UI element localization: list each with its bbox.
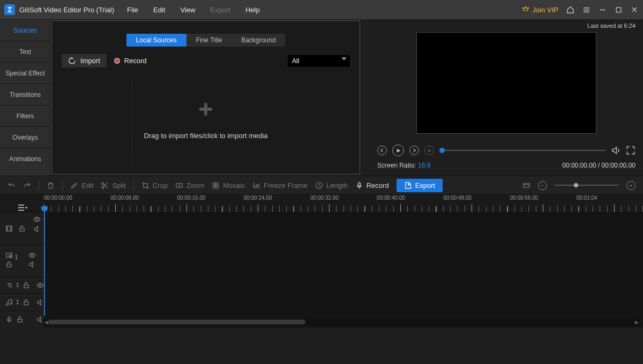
import-button[interactable]: Import	[62, 54, 107, 67]
source-tab-fine-title[interactable]: Fine Title	[186, 34, 232, 47]
track-voice-head[interactable]	[0, 311, 44, 328]
eye-icon[interactable]	[33, 216, 41, 223]
zoom-button[interactable]: Zoom	[175, 181, 204, 189]
track-pip-body[interactable]	[44, 245, 643, 276]
menu-view[interactable]: View	[180, 6, 195, 14]
dropzone-hint: Drag to import files/click to import med…	[144, 132, 267, 140]
eye-icon[interactable]	[28, 252, 36, 259]
eye-icon[interactable]	[36, 282, 44, 289]
track-audio-body[interactable]	[44, 294, 643, 310]
next-frame-button[interactable]	[409, 146, 419, 155]
record-button[interactable]: Record	[114, 57, 147, 65]
add-track-button[interactable]	[0, 203, 44, 212]
hamburger-icon[interactable]	[582, 5, 590, 14]
sources-panel: Local Sources Fine Title Background Impo…	[51, 20, 360, 175]
volume-icon[interactable]	[611, 146, 620, 155]
prev-frame-button[interactable]	[377, 146, 387, 155]
media-dropzone[interactable]: Drag to import files/click to import med…	[52, 67, 360, 174]
timeline-scrollbar[interactable]: ◀ ▶	[44, 318, 639, 325]
length-button[interactable]: Length	[315, 181, 348, 189]
zoom-in-button[interactable]: +	[626, 181, 635, 190]
svg-rect-16	[9, 255, 11, 256]
scrollbar-thumb[interactable]	[48, 320, 305, 324]
source-filter-dropdown[interactable]: All	[288, 55, 350, 67]
music-icon	[5, 299, 13, 306]
import-label: Import	[80, 57, 100, 65]
svg-rect-0	[616, 7, 621, 12]
unlock-icon[interactable]	[18, 225, 26, 232]
title-bar: GiliSoft Video Editor Pro (Trial) File E…	[0, 0, 643, 19]
scroll-right-icon[interactable]: ▶	[634, 320, 639, 324]
track-video-body[interactable]	[44, 213, 643, 244]
side-nav-overlays[interactable]: Overlays	[0, 126, 50, 148]
speaker-icon[interactable]	[28, 261, 36, 268]
preview-video[interactable]	[416, 32, 596, 134]
record-toolbar-button[interactable]: Record	[355, 181, 389, 189]
side-nav-transitions[interactable]: Transitions	[0, 84, 50, 105]
source-tab-background[interactable]: Background	[231, 34, 285, 47]
svg-rect-6	[216, 183, 218, 185]
svg-rect-8	[216, 186, 218, 188]
screen-ratio-value[interactable]: 16:9	[418, 162, 430, 169]
track-text-head[interactable]: 1	[0, 277, 44, 293]
delete-button[interactable]	[47, 181, 55, 189]
svg-rect-12	[6, 226, 12, 231]
source-filter-select[interactable]: All	[288, 55, 350, 67]
mosaic-button[interactable]: Mosaic	[212, 181, 245, 189]
track-text-badge: 1	[16, 282, 19, 288]
last-saved-label: Last saved at 6:24	[377, 22, 635, 29]
home-icon[interactable]	[566, 5, 574, 14]
fit-timeline-icon[interactable]	[522, 181, 530, 189]
source-tab-local[interactable]: Local Sources	[126, 34, 186, 47]
redo-button[interactable]	[23, 181, 31, 189]
minimize-icon[interactable]	[598, 5, 607, 14]
side-nav-sources[interactable]: Sources	[0, 19, 50, 41]
freeze-frame-button[interactable]: Freeze Frame	[252, 181, 308, 189]
unlock-icon[interactable]	[23, 282, 30, 289]
zoom-slider[interactable]	[555, 185, 619, 186]
side-nav-special-effect[interactable]: Special Effect	[0, 62, 50, 84]
zoom-out-button[interactable]: −	[538, 181, 547, 190]
svg-point-14	[36, 218, 38, 221]
fullscreen-icon[interactable]	[626, 146, 635, 155]
edit-toolbar: Edit Split Crop Zoom Mosaic Freeze Frame…	[0, 176, 643, 195]
playhead[interactable]	[44, 210, 45, 316]
close-icon[interactable]	[630, 5, 639, 14]
join-vip-button[interactable]: Join VIP	[522, 6, 558, 14]
time-ruler[interactable]: 00:00:00.0000:00:08.0000:00:16.0000:00:2…	[44, 195, 643, 212]
menu-edit[interactable]: Edit	[153, 6, 165, 14]
side-nav-text[interactable]: Text	[0, 41, 50, 62]
unlock-icon[interactable]	[23, 299, 30, 306]
preview-seek-slider[interactable]	[439, 150, 605, 151]
edit-button[interactable]: Edit	[70, 181, 93, 189]
track-audio-head[interactable]: 1	[0, 294, 44, 310]
crop-button[interactable]: Crop	[141, 181, 168, 189]
track-video-head[interactable]	[0, 213, 44, 244]
export-button[interactable]: Export	[397, 179, 443, 192]
svg-rect-19	[24, 285, 28, 287]
split-button[interactable]: Split	[101, 181, 125, 189]
side-nav-filters[interactable]: Filters	[0, 105, 50, 126]
svg-rect-22	[8, 316, 10, 320]
play-button[interactable]	[392, 145, 404, 156]
menu-help[interactable]: Help	[245, 6, 260, 14]
speaker-icon[interactable]	[33, 225, 41, 233]
menu-export: Export	[210, 6, 230, 14]
speaker-icon[interactable]	[36, 299, 44, 306]
unlock-icon[interactable]	[5, 261, 13, 268]
undo-button[interactable]	[8, 181, 16, 189]
speaker-icon[interactable]	[36, 316, 44, 323]
side-nav-animations[interactable]: Animations	[0, 148, 50, 169]
menu-file[interactable]: File	[127, 6, 138, 14]
track-text-body[interactable]	[44, 277, 643, 293]
svg-rect-10	[358, 182, 360, 186]
zoom-thumb[interactable]	[574, 183, 578, 187]
unlock-icon[interactable]	[16, 316, 24, 323]
maximize-icon[interactable]	[614, 5, 623, 14]
film-icon	[5, 225, 13, 232]
seek-thumb[interactable]	[439, 148, 445, 153]
track-pip-head[interactable]: 1	[0, 245, 44, 276]
side-nav: Sources Text Special Effect Transitions …	[0, 19, 50, 176]
svg-point-18	[31, 254, 33, 256]
stop-button[interactable]	[424, 146, 434, 155]
